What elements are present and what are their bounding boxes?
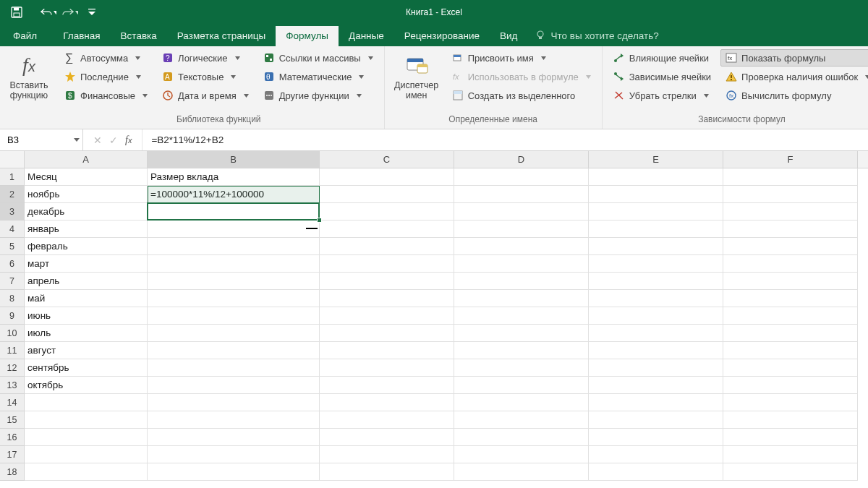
col-header-A[interactable]: A [25, 151, 148, 168]
cell[interactable] [589, 203, 723, 221]
datetime-button[interactable]: Дата и время [157, 87, 254, 104]
cell[interactable] [148, 221, 320, 238]
tab-file[interactable]: Файл [6, 26, 53, 46]
cell[interactable]: апрель [25, 273, 148, 290]
tell-me-search[interactable]: Что вы хотите сделать? [527, 25, 668, 46]
cell[interactable] [723, 377, 858, 394]
name-manager-button[interactable]: Диспетчер имен [391, 49, 443, 111]
lookup-button[interactable]: Ссылки и массивы [258, 49, 378, 67]
row-header[interactable]: 15 [0, 411, 25, 429]
tab-data[interactable]: Данные [339, 26, 394, 46]
cell[interactable] [723, 203, 858, 221]
cell[interactable] [589, 168, 723, 186]
row-header[interactable]: 6 [0, 255, 25, 273]
cell[interactable]: =B2*11%/12+B2 [148, 203, 320, 221]
col-header-B[interactable]: B [148, 151, 320, 168]
cell[interactable] [148, 377, 320, 394]
cell[interactable] [148, 359, 320, 377]
row-header[interactable]: 3 [0, 203, 25, 221]
tab-review[interactable]: Рецензирование [394, 26, 490, 46]
cell[interactable] [589, 394, 723, 411]
cell[interactable] [454, 290, 589, 307]
cell[interactable] [320, 273, 454, 290]
cell[interactable] [454, 221, 589, 238]
cell[interactable] [454, 411, 589, 429]
name-box[interactable] [0, 129, 83, 150]
cell[interactable] [589, 342, 723, 359]
cell[interactable] [723, 238, 858, 255]
cell[interactable] [454, 463, 589, 481]
qat-customize-button[interactable] [84, 4, 100, 20]
save-button[interactable] [9, 4, 25, 20]
create-from-selection-button[interactable]: Создать из выделенного [447, 87, 596, 104]
cell[interactable]: март [25, 255, 148, 273]
cell[interactable] [320, 325, 454, 342]
cell[interactable] [320, 307, 454, 325]
tab-page-layout[interactable]: Разметка страницы [167, 26, 276, 46]
row-header[interactable]: 16 [0, 429, 25, 446]
cell[interactable]: февраль [25, 238, 148, 255]
cell[interactable] [454, 203, 589, 221]
cell[interactable] [723, 359, 858, 377]
select-all-corner[interactable] [0, 151, 25, 168]
cell[interactable] [320, 446, 454, 463]
cell[interactable] [589, 238, 723, 255]
cell[interactable]: сентябрь [25, 359, 148, 377]
cell[interactable] [320, 290, 454, 307]
cell[interactable] [589, 463, 723, 481]
cell[interactable] [589, 377, 723, 394]
use-in-formula-button[interactable]: fx Использовать в формуле [447, 68, 596, 85]
col-header-F[interactable]: F [723, 151, 858, 168]
tab-view[interactable]: Вид [490, 26, 527, 46]
cell[interactable] [454, 186, 589, 203]
cell[interactable] [589, 186, 723, 203]
trace-precedents-button[interactable]: Влияющие ячейки [608, 49, 716, 67]
cell[interactable] [148, 290, 320, 307]
cell[interactable] [25, 394, 148, 411]
row-header[interactable]: 13 [0, 377, 25, 394]
cell[interactable] [723, 463, 858, 481]
cell[interactable]: Размер вклада [148, 168, 320, 186]
cell[interactable] [589, 325, 723, 342]
cell[interactable] [320, 342, 454, 359]
row-header[interactable]: 10 [0, 325, 25, 342]
cell[interactable] [723, 186, 858, 203]
cell[interactable] [320, 377, 454, 394]
row-header[interactable]: 2 [0, 186, 25, 203]
cell[interactable] [454, 238, 589, 255]
cell[interactable] [723, 221, 858, 238]
cell[interactable] [148, 273, 320, 290]
cell[interactable] [148, 307, 320, 325]
cell[interactable]: август [25, 342, 148, 359]
remove-arrows-button[interactable]: Убрать стрелки [608, 87, 716, 104]
cell[interactable] [320, 411, 454, 429]
evaluate-formula-button[interactable]: fx Вычислить формулу [720, 87, 868, 104]
cell[interactable] [320, 394, 454, 411]
cell[interactable] [320, 429, 454, 446]
cell[interactable]: октябрь [25, 377, 148, 394]
cell[interactable]: январь [25, 221, 148, 238]
cell[interactable]: =100000*11%/12+100000 [148, 186, 320, 203]
cell[interactable] [589, 273, 723, 290]
cell[interactable] [723, 342, 858, 359]
trace-dependents-button[interactable]: Зависимые ячейки [608, 68, 716, 85]
row-header[interactable]: 17 [0, 446, 25, 463]
define-name-button[interactable]: Присвоить имя [447, 49, 596, 67]
error-checking-button[interactable]: Проверка наличия ошибок [720, 68, 868, 85]
tab-insert[interactable]: Вставка [111, 26, 167, 46]
other-functions-button[interactable]: Другие функции [258, 87, 378, 104]
cell[interactable] [454, 342, 589, 359]
enter-button[interactable]: ✓ [109, 134, 118, 146]
cell[interactable] [320, 168, 454, 186]
formula-input[interactable] [142, 129, 868, 150]
cell[interactable] [148, 446, 320, 463]
cell[interactable] [723, 273, 858, 290]
cell[interactable] [148, 238, 320, 255]
cell[interactable] [723, 394, 858, 411]
row-header[interactable]: 4 [0, 221, 25, 238]
cell[interactable] [723, 168, 858, 186]
cell[interactable]: май [25, 290, 148, 307]
cell[interactable] [723, 290, 858, 307]
text-button[interactable]: A Текстовые [157, 68, 254, 85]
cell[interactable] [589, 429, 723, 446]
